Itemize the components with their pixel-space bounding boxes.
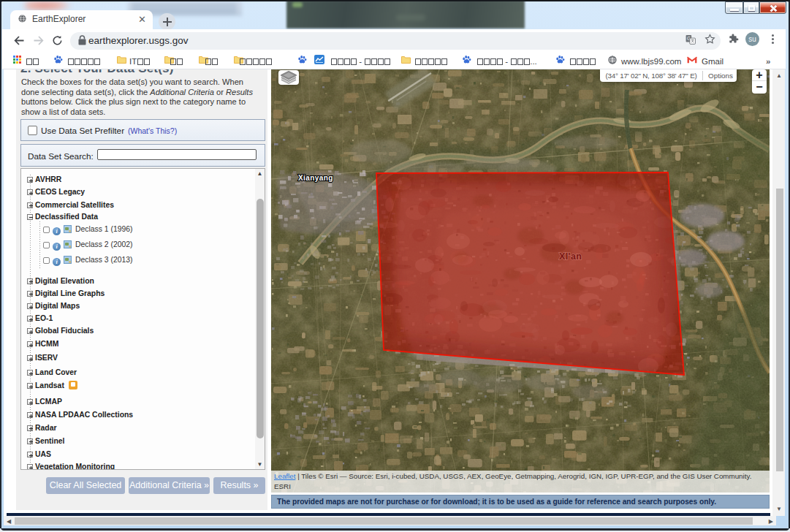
svg-text:XI'an: XI'an — [559, 251, 582, 262]
svg-text:Xianyang: Xianyang — [298, 174, 333, 182]
